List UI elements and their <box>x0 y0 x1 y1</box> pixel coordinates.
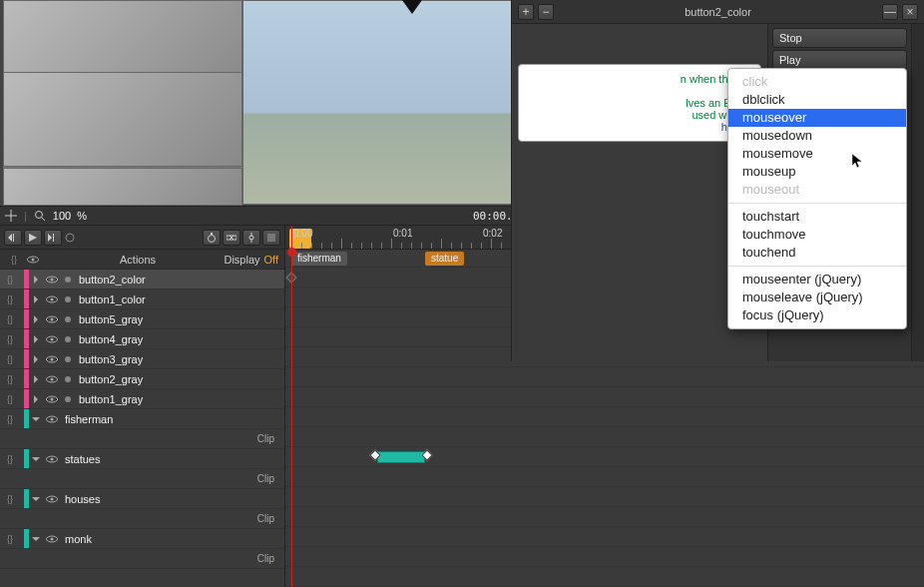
eye-icon[interactable] <box>26 253 40 267</box>
dropdown-item[interactable]: mouseleave (jQuery) <box>728 289 906 306</box>
eye-icon[interactable] <box>45 352 59 366</box>
eye-icon[interactable] <box>45 492 59 506</box>
add-event-button[interactable]: + <box>518 4 534 20</box>
track-row[interactable] <box>285 387 924 407</box>
code-icon[interactable]: {} <box>3 312 17 326</box>
dropdown-item[interactable]: mouseover <box>728 109 906 127</box>
layer-row[interactable]: {}button1_color <box>0 290 284 309</box>
code-icon[interactable]: {} <box>3 372 17 386</box>
magnifier-icon[interactable] <box>33 209 47 223</box>
dropdown-item[interactable]: dblclick <box>728 91 906 109</box>
snippet-button[interactable]: Play <box>772 50 907 70</box>
eye-icon[interactable] <box>45 532 59 546</box>
timeline-label-statue[interactable]: statue <box>425 252 464 266</box>
track-row[interactable] <box>285 507 924 527</box>
close-button[interactable]: × <box>902 4 918 20</box>
lock-dot-icon[interactable] <box>65 396 71 402</box>
arrow-down-icon[interactable] <box>31 414 41 424</box>
code-icon[interactable]: {} <box>3 332 17 346</box>
crosshair-icon[interactable] <box>4 209 18 223</box>
pin-button[interactable] <box>223 230 240 246</box>
track-row[interactable] <box>285 527 924 547</box>
forward-button[interactable] <box>44 230 62 246</box>
eye-icon[interactable] <box>45 293 59 306</box>
track-row[interactable] <box>285 407 924 427</box>
clip-bar[interactable] <box>377 451 425 463</box>
dropdown-item[interactable]: mousemove <box>728 145 906 163</box>
lock-dot-icon[interactable] <box>65 376 71 382</box>
layer-row[interactable]: {}statues <box>0 449 284 469</box>
remove-event-button[interactable]: − <box>538 4 554 20</box>
arrow-right-icon[interactable] <box>31 275 41 285</box>
loop-button[interactable] <box>64 230 76 246</box>
dropdown-item[interactable]: mouseup <box>728 163 906 181</box>
layer-row[interactable]: {}button1_gray <box>0 389 284 409</box>
track-row[interactable] <box>285 567 924 587</box>
layer-row[interactable]: {}button5_gray <box>0 309 284 329</box>
eye-icon[interactable] <box>45 312 59 326</box>
arrow-right-icon[interactable] <box>31 394 41 404</box>
arrow-down-icon[interactable] <box>31 494 41 504</box>
layer-row[interactable]: {}button4_gray <box>0 329 284 349</box>
play-button[interactable] <box>24 230 42 246</box>
layer-row[interactable]: {}button2_gray <box>0 369 284 389</box>
dropdown-item[interactable]: touchmove <box>728 226 906 244</box>
layer-row[interactable]: {}houses <box>0 489 284 509</box>
code-icon[interactable]: {} <box>3 412 17 426</box>
eye-icon[interactable] <box>45 372 59 386</box>
playhead-head-icon[interactable] <box>287 248 296 257</box>
layer-sub-row[interactable]: Clip <box>0 549 284 569</box>
track-row[interactable] <box>285 547 924 567</box>
layer-row[interactable]: {}monk <box>0 529 284 549</box>
dropdown-item[interactable]: touchstart <box>728 208 906 226</box>
filter-button[interactable] <box>262 230 280 246</box>
snippet-button[interactable]: Stop <box>772 28 907 48</box>
lock-dot-icon[interactable] <box>65 336 71 342</box>
code-editor[interactable]: n when the mo lves an Edge used with jQ … <box>518 64 761 142</box>
arrow-right-icon[interactable] <box>31 354 41 364</box>
eye-icon[interactable] <box>45 452 59 466</box>
track-row[interactable] <box>285 487 924 507</box>
stopwatch-button[interactable] <box>203 230 221 246</box>
scrollbar[interactable] <box>911 24 924 361</box>
layer-sub-row[interactable]: Clip <box>0 509 284 529</box>
arrow-right-icon[interactable] <box>31 334 41 344</box>
dropdown-item[interactable]: touchend <box>728 244 906 262</box>
arrow-down-icon[interactable] <box>31 454 41 464</box>
code-icon[interactable]: {} <box>7 253 21 267</box>
eye-icon[interactable] <box>45 332 59 346</box>
arrow-down-icon[interactable] <box>31 534 41 544</box>
code-icon[interactable]: {} <box>3 392 17 406</box>
track-row-fisherman-clip[interactable] <box>285 447 924 467</box>
eye-icon[interactable] <box>45 392 59 406</box>
code-icon[interactable]: {} <box>3 452 17 466</box>
lock-dot-icon[interactable] <box>65 296 71 302</box>
zoom-value[interactable]: 100 <box>53 210 71 222</box>
lock-dot-icon[interactable] <box>65 316 71 322</box>
arrow-right-icon[interactable] <box>31 374 41 384</box>
timeline-label-fisherman[interactable]: fisherman <box>291 252 347 266</box>
dropdown-item[interactable]: focus (jQuery) <box>728 306 906 324</box>
code-icon[interactable]: {} <box>3 293 17 306</box>
track-row[interactable] <box>285 467 924 487</box>
eye-icon[interactable] <box>45 412 59 426</box>
layer-sub-row[interactable]: Clip <box>0 469 284 489</box>
playhead[interactable] <box>291 226 292 587</box>
code-icon[interactable]: {} <box>3 273 17 287</box>
code-icon[interactable]: {} <box>3 532 17 546</box>
lock-dot-icon[interactable] <box>65 356 71 362</box>
arrow-right-icon[interactable] <box>31 294 41 304</box>
code-icon[interactable]: {} <box>3 352 17 366</box>
rewind-button[interactable] <box>4 230 22 246</box>
dropdown-item[interactable]: mouseenter (jQuery) <box>728 271 906 289</box>
layer-row[interactable]: {}button3_gray <box>0 349 284 369</box>
snapshot-button[interactable] <box>242 230 260 246</box>
display-off-value[interactable]: Off <box>264 254 278 266</box>
code-icon[interactable]: {} <box>3 492 17 506</box>
minimize-button[interactable]: — <box>882 4 898 20</box>
eye-icon[interactable] <box>45 273 59 287</box>
lock-dot-icon[interactable] <box>65 277 71 283</box>
arrow-right-icon[interactable] <box>31 314 41 324</box>
layer-row[interactable]: {}fisherman <box>0 409 284 429</box>
track-row-fisherman[interactable] <box>285 427 924 447</box>
